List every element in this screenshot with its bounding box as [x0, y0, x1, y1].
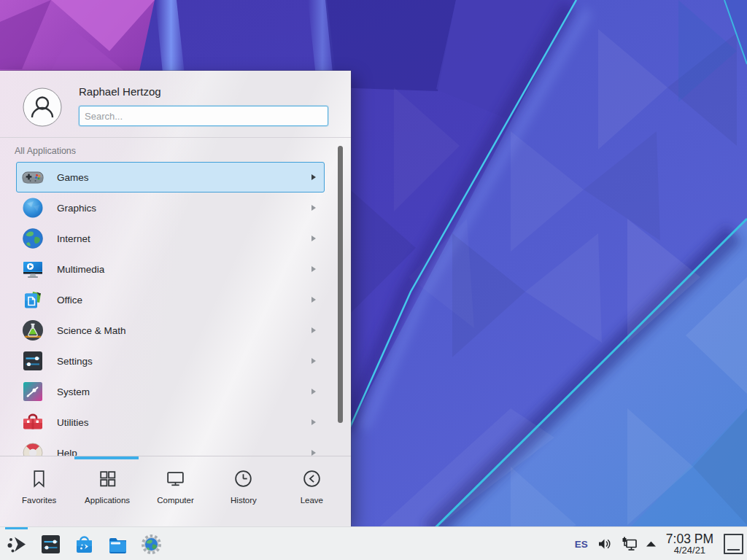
category-system[interactable]: System — [16, 376, 325, 407]
discover-icon — [73, 533, 96, 556]
category-label: Settings — [57, 356, 93, 367]
history-clock-icon — [233, 468, 254, 489]
category-label: Office — [57, 295, 82, 306]
network-button[interactable] — [621, 537, 638, 551]
category-label: Graphics — [57, 203, 96, 214]
submenu-arrow-icon — [311, 266, 316, 272]
science-math-icon — [21, 319, 44, 342]
app-grid-icon — [97, 468, 118, 489]
tab-favorites[interactable]: Favorites — [5, 456, 73, 526]
category-settings[interactable]: Settings — [16, 346, 325, 376]
system-icon — [21, 380, 44, 403]
category-help[interactable]: Help — [16, 438, 325, 456]
submenu-arrow-icon — [311, 236, 316, 241]
volume-button[interactable] — [597, 537, 612, 551]
submenu-arrow-icon — [311, 450, 316, 456]
launcher-tabbar: Favorites Applications Computer — [0, 456, 351, 526]
submenu-arrow-icon — [311, 327, 316, 333]
user-name: Raphael Hertzog — [79, 85, 161, 98]
tab-computer[interactable]: Computer — [142, 456, 209, 526]
search-input[interactable] — [79, 106, 328, 126]
tab-label: History — [231, 496, 257, 505]
show-desktop-button[interactable] — [724, 534, 743, 554]
computer-icon — [165, 468, 186, 489]
tab-history[interactable]: History — [209, 456, 277, 526]
category-utilities[interactable]: Utilities — [16, 407, 325, 438]
utilities-icon — [21, 411, 44, 434]
system-tray: ES — [575, 527, 747, 560]
digital-clock[interactable]: 7:03 PM 4/24/21 — [666, 532, 713, 556]
clock-time: 7:03 PM — [666, 532, 713, 545]
submenu-arrow-icon — [311, 419, 316, 425]
category-graphics[interactable]: Graphics — [16, 192, 325, 223]
browser-launcher[interactable] — [134, 527, 168, 560]
clock-date: 4/24/21 — [674, 545, 705, 556]
tab-label: Favorites — [22, 496, 56, 505]
user-avatar-icon — [23, 88, 62, 127]
category-list: Games Graphics — [0, 162, 351, 456]
leave-icon — [301, 468, 322, 489]
application-launcher-popup: Raphael Hertzog All Applications — [0, 71, 351, 526]
web-browser-icon — [140, 533, 163, 556]
taskbar-launchers — [0, 527, 168, 560]
taskbar: ES — [0, 526, 747, 560]
search-field-wrap — [79, 106, 328, 126]
submenu-arrow-icon — [311, 358, 316, 364]
desktop: Raphael Hertzog All Applications — [0, 0, 747, 560]
keyboard-layout-indicator[interactable]: ES — [575, 539, 588, 550]
tab-leave[interactable]: Leave — [278, 456, 346, 526]
games-icon — [21, 166, 44, 189]
kickoff-icon — [6, 533, 28, 556]
active-tab-indicator — [74, 456, 139, 459]
graphics-icon — [21, 196, 44, 219]
category-label: Utilities — [57, 417, 89, 428]
dolphin-launcher[interactable] — [101, 527, 134, 560]
category-label: System — [57, 386, 90, 397]
system-settings-icon — [39, 533, 62, 556]
network-icon — [621, 537, 638, 551]
settings-icon — [21, 349, 44, 373]
category-label: Science & Math — [57, 325, 126, 336]
category-label: Help — [57, 448, 77, 456]
system-settings-launcher[interactable] — [34, 527, 67, 560]
submenu-arrow-icon — [311, 389, 316, 394]
internet-icon — [21, 227, 44, 250]
volume-icon — [597, 537, 612, 551]
expand-tray-button[interactable] — [646, 541, 656, 547]
category-office[interactable]: Office — [16, 284, 325, 315]
category-internet[interactable]: Internet — [16, 223, 325, 254]
category-label: Internet — [57, 233, 90, 244]
file-manager-icon — [107, 533, 129, 556]
tab-label: Leave — [301, 496, 323, 505]
header-divider — [0, 137, 351, 138]
office-icon — [21, 288, 44, 311]
section-label: All Applications — [15, 146, 76, 156]
category-multimedia[interactable]: Multimedia — [16, 254, 325, 284]
tab-label: Applications — [85, 496, 130, 505]
multimedia-icon — [21, 257, 44, 281]
submenu-arrow-icon — [311, 297, 316, 303]
caret-up-icon — [646, 541, 656, 547]
bookmark-icon — [28, 468, 50, 489]
category-label: Games — [57, 172, 89, 183]
help-icon — [21, 441, 44, 456]
launcher-open-indicator — [5, 527, 28, 529]
submenu-arrow-icon — [311, 174, 316, 180]
submenu-arrow-icon — [311, 205, 316, 211]
discover-launcher[interactable] — [67, 527, 101, 560]
application-launcher-button[interactable] — [0, 527, 34, 560]
category-science-math[interactable]: Science & Math — [16, 315, 325, 346]
category-games[interactable]: Games — [16, 162, 325, 192]
tab-applications[interactable]: Applications — [73, 456, 141, 526]
category-label: Multimedia — [57, 264, 104, 275]
list-scrollbar[interactable] — [338, 146, 343, 423]
tab-label: Computer — [157, 496, 194, 505]
